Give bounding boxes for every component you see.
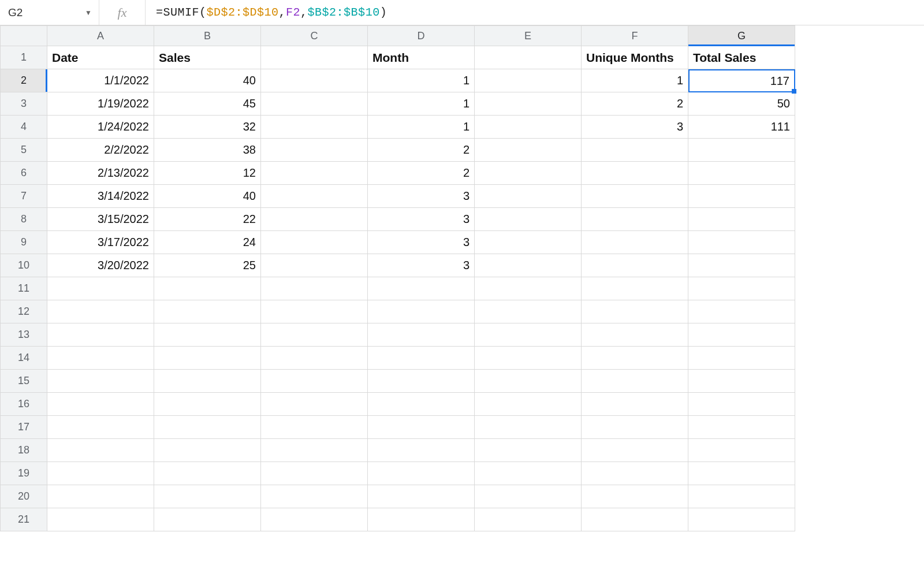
- column-header-C[interactable]: C: [261, 25, 368, 46]
- cell-E18[interactable]: [475, 439, 582, 462]
- cell-F9[interactable]: [582, 231, 688, 254]
- cell-E11[interactable]: [475, 277, 582, 300]
- cell-G12[interactable]: [688, 300, 795, 323]
- cell-B1[interactable]: Sales: [154, 46, 261, 69]
- cell-D15[interactable]: [368, 370, 475, 393]
- row-header-1[interactable]: 1: [0, 46, 47, 69]
- cell-B11[interactable]: [154, 277, 261, 300]
- cell-C19[interactable]: [261, 462, 368, 485]
- cell-A10[interactable]: 3/20/2022: [47, 254, 154, 277]
- cell-F10[interactable]: [582, 254, 688, 277]
- cell-F8[interactable]: [582, 208, 688, 231]
- cell-C3[interactable]: [261, 92, 368, 116]
- cell-D21[interactable]: [368, 508, 475, 531]
- cell-C17[interactable]: [261, 416, 368, 439]
- cell-F7[interactable]: [582, 185, 688, 208]
- cell-D3[interactable]: 1: [368, 92, 475, 116]
- cell-D2[interactable]: 1: [368, 69, 475, 92]
- row-header-10[interactable]: 10: [0, 254, 47, 277]
- cell-G4[interactable]: 111: [688, 116, 795, 139]
- column-header-D[interactable]: D: [368, 25, 475, 46]
- cell-F11[interactable]: [582, 277, 688, 300]
- cell-C12[interactable]: [261, 300, 368, 323]
- cell-B12[interactable]: [154, 300, 261, 323]
- cell-F16[interactable]: [582, 393, 688, 416]
- cell-B19[interactable]: [154, 462, 261, 485]
- column-header-F[interactable]: F: [582, 25, 688, 46]
- cell-D7[interactable]: 3: [368, 185, 475, 208]
- cell-B2[interactable]: 40: [154, 69, 261, 92]
- cell-D6[interactable]: 2: [368, 162, 475, 185]
- cell-G15[interactable]: [688, 370, 795, 393]
- cell-G10[interactable]: [688, 254, 795, 277]
- cell-D8[interactable]: 3: [368, 208, 475, 231]
- cell-F5[interactable]: [582, 139, 688, 162]
- column-header-A[interactable]: A: [47, 25, 154, 46]
- cell-F15[interactable]: [582, 370, 688, 393]
- cell-C4[interactable]: [261, 116, 368, 139]
- cell-E6[interactable]: [475, 162, 582, 185]
- cell-D11[interactable]: [368, 277, 475, 300]
- cell-D18[interactable]: [368, 439, 475, 462]
- row-header-13[interactable]: 13: [0, 323, 47, 347]
- select-all-corner[interactable]: [0, 25, 47, 46]
- cell-D1[interactable]: Month: [368, 46, 475, 69]
- cell-A2[interactable]: 1/1/2022: [47, 69, 154, 92]
- cell-F20[interactable]: [582, 485, 688, 508]
- cell-A14[interactable]: [47, 347, 154, 370]
- cell-A15[interactable]: [47, 370, 154, 393]
- cell-C8[interactable]: [261, 208, 368, 231]
- cell-D4[interactable]: 1: [368, 116, 475, 139]
- cell-B8[interactable]: 22: [154, 208, 261, 231]
- cell-C13[interactable]: [261, 323, 368, 347]
- cell-A13[interactable]: [47, 323, 154, 347]
- cell-G21[interactable]: [688, 508, 795, 531]
- cell-E16[interactable]: [475, 393, 582, 416]
- cell-G8[interactable]: [688, 208, 795, 231]
- row-header-21[interactable]: 21: [0, 508, 47, 531]
- cell-B5[interactable]: 38: [154, 139, 261, 162]
- row-header-14[interactable]: 14: [0, 347, 47, 370]
- cell-D12[interactable]: [368, 300, 475, 323]
- cell-E2[interactable]: [475, 69, 582, 92]
- cell-B7[interactable]: 40: [154, 185, 261, 208]
- cell-B4[interactable]: 32: [154, 116, 261, 139]
- cell-A8[interactable]: 3/15/2022: [47, 208, 154, 231]
- spreadsheet-grid[interactable]: ABCDEFG1DateSalesMonthUnique MonthsTotal…: [0, 25, 924, 531]
- cell-C11[interactable]: [261, 277, 368, 300]
- cell-A9[interactable]: 3/17/2022: [47, 231, 154, 254]
- cell-G17[interactable]: [688, 416, 795, 439]
- cell-D9[interactable]: 3: [368, 231, 475, 254]
- cell-A7[interactable]: 3/14/2022: [47, 185, 154, 208]
- row-header-12[interactable]: 12: [0, 300, 47, 323]
- cell-E4[interactable]: [475, 116, 582, 139]
- cell-A1[interactable]: Date: [47, 46, 154, 69]
- cell-G16[interactable]: [688, 393, 795, 416]
- cell-E7[interactable]: [475, 185, 582, 208]
- row-header-11[interactable]: 11: [0, 277, 47, 300]
- cell-G7[interactable]: [688, 185, 795, 208]
- cell-G3[interactable]: 50: [688, 92, 795, 116]
- cell-C5[interactable]: [261, 139, 368, 162]
- cell-G18[interactable]: [688, 439, 795, 462]
- row-header-8[interactable]: 8: [0, 208, 47, 231]
- cell-D5[interactable]: 2: [368, 139, 475, 162]
- cell-F18[interactable]: [582, 439, 688, 462]
- cell-F12[interactable]: [582, 300, 688, 323]
- cell-B16[interactable]: [154, 393, 261, 416]
- column-header-G[interactable]: G: [688, 25, 795, 46]
- cell-E1[interactable]: [475, 46, 582, 69]
- row-header-18[interactable]: 18: [0, 439, 47, 462]
- cell-F17[interactable]: [582, 416, 688, 439]
- cell-F14[interactable]: [582, 347, 688, 370]
- cell-C7[interactable]: [261, 185, 368, 208]
- cell-B15[interactable]: [154, 370, 261, 393]
- cell-C16[interactable]: [261, 393, 368, 416]
- cell-E10[interactable]: [475, 254, 582, 277]
- cell-G19[interactable]: [688, 462, 795, 485]
- row-header-9[interactable]: 9: [0, 231, 47, 254]
- row-header-15[interactable]: 15: [0, 370, 47, 393]
- cell-B14[interactable]: [154, 347, 261, 370]
- cell-C6[interactable]: [261, 162, 368, 185]
- cell-E5[interactable]: [475, 139, 582, 162]
